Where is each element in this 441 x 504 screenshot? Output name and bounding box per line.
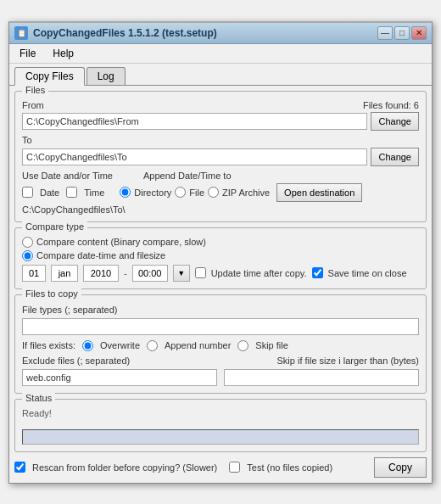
date-checkbox[interactable] [22,187,33,198]
skip-file-radio[interactable] [237,340,248,351]
tabs: Copy Files Log [9,64,432,85]
menubar: File Help [9,44,432,64]
file-radio[interactable] [175,187,186,198]
status-text: Ready! [22,408,419,427]
copy-button[interactable]: Copy [374,457,427,478]
date-checkbox-label: Date [40,188,59,198]
compare-group-label: Compare type [22,221,87,232]
skip-size-input[interactable] [224,369,419,386]
to-label: To [22,135,32,145]
file-types-input[interactable] [22,318,419,335]
bottom-row: Rescan from folder before copying? (Slow… [14,457,427,478]
exclude-input[interactable] [22,369,217,386]
date-year-input[interactable] [83,265,119,282]
titlebar: 📋 CopyChangedFiles 1.5.1.2 (test.setup) … [9,23,432,44]
time-checkbox[interactable] [66,187,77,198]
rescan-label: Rescan from folder before copying? (Slow… [32,462,217,473]
tab-log[interactable]: Log [87,67,126,85]
files-found: Files found: 6 [363,100,419,110]
file-radio-label: File [189,188,204,198]
minimize-button[interactable]: — [377,26,393,40]
files-group: Files From Files found: 6 Change To Chan… [14,91,427,222]
files-to-copy-label: Files to copy [22,288,81,299]
menu-file[interactable]: File [14,46,41,61]
titlebar-buttons: — □ ✕ [377,26,427,40]
titlebar-left: 📋 CopyChangedFiles 1.5.1.2 (test.setup) [14,26,217,40]
skip-file-label: Skip file [255,340,288,350]
append-label: Append Date/Time to [143,171,232,181]
tab-copy-files[interactable]: Copy Files [14,67,85,86]
to-change-button[interactable]: Change [371,148,419,166]
close-button[interactable]: ✕ [411,26,427,40]
overwrite-radio[interactable] [82,340,93,351]
date-day-input[interactable] [22,265,46,282]
main-window: 📋 CopyChangedFiles 1.5.1.2 (test.setup) … [8,21,433,484]
date-separator: - [124,268,127,278]
status-group-label: Status [22,393,55,403]
zip-radio-label: ZIP Archive [222,188,270,198]
from-path-row: Change [22,112,419,131]
test-label: Test (no files copied) [247,462,332,473]
time-checkbox-label: Time [84,188,104,198]
rescan-checkbox[interactable] [14,462,25,473]
from-label: From [22,100,44,110]
compare-datetime-radio[interactable] [22,250,33,261]
dest-path: C:\CopyChangedfiles\To\ [22,204,126,215]
compare-content-label: Compare content (Binary compare, slow) [36,237,206,247]
status-group: Status Ready! [14,399,427,452]
compare-datetime-label: Compare date-time and filesize [36,250,165,260]
maximize-button[interactable]: □ [394,26,410,40]
update-time-checkbox[interactable] [195,267,206,278]
save-time-label: Save time on close [328,268,407,278]
append-number-label: Append number [165,340,231,350]
progress-bar [22,429,419,445]
exclude-label: Exclude files (; separated) [22,356,130,366]
to-path-input[interactable] [22,148,367,165]
directory-radio[interactable] [120,187,131,198]
files-to-copy-group: Files to copy File types (; separated) I… [14,294,427,394]
file-types-label: File types (; separated) [22,305,118,315]
time-input[interactable] [132,265,168,282]
test-checkbox[interactable] [229,462,240,473]
update-time-label: Update time after copy. [211,268,307,278]
to-path-row: Change [22,148,419,166]
window-title: CopyChangedFiles 1.5.1.2 (test.setup) [33,27,217,39]
overwrite-label: Overwrite [100,340,140,350]
files-group-label: Files [22,85,48,95]
compare-group: Compare type Compare content (Binary com… [14,227,427,289]
zip-radio[interactable] [208,187,219,198]
from-change-button[interactable]: Change [371,112,419,131]
skip-size-label: Skip if file size i larger than (bytes) [276,356,419,366]
calendar-dropdown[interactable]: ▼ [173,265,190,282]
use-date-time-label: Use Date and/or Time [22,171,113,181]
menu-help[interactable]: Help [47,46,79,61]
if-exists-label: If files exists: [22,340,75,350]
compare-content-radio[interactable] [22,237,33,248]
directory-radio-label: Directory [134,188,171,198]
save-time-checkbox[interactable] [312,267,323,278]
date-month-input[interactable] [51,265,78,282]
datetime-row: - ▼ Update time after copy. Save time on… [22,265,419,282]
from-path-input[interactable] [22,113,367,130]
app-icon: 📋 [14,26,28,40]
open-dest-button[interactable]: Open destination [276,183,362,202]
append-number-radio[interactable] [147,340,158,351]
